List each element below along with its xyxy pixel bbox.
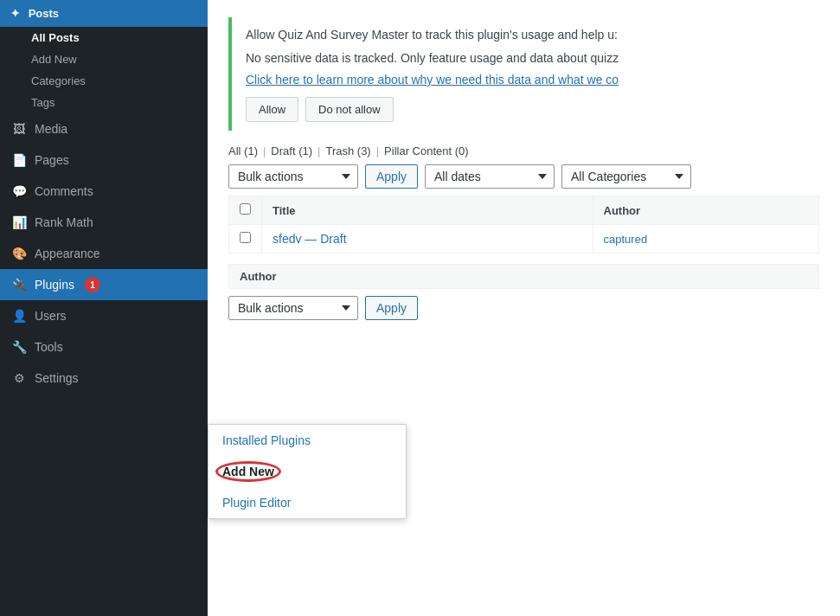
row-checkbox-cell[interactable] <box>229 225 262 253</box>
sidebar-item-comments[interactable]: 💬 Comments <box>0 176 208 207</box>
notification-bar: Allow Quiz And Survey Master to track th… <box>228 17 819 131</box>
post-author-cell: captured <box>593 225 818 253</box>
users-icon: 👤 <box>10 307 28 324</box>
notification-link[interactable]: Click here to learn more about why we ne… <box>246 73 619 87</box>
notification-text2: No sensitive data is tracked. Only featu… <box>246 49 805 67</box>
filter-trash[interactable]: Trash (3) <box>325 144 370 157</box>
notification-text1: Allow Quiz And Survey Master to track th… <box>246 26 805 44</box>
title-column-header[interactable]: Title <box>262 196 593 225</box>
table-bottom-controls: Bulk actions Apply <box>228 296 819 320</box>
media-icon: 🖼 <box>10 120 28 138</box>
plugins-submenu-add-new[interactable]: Add New <box>208 456 406 487</box>
sidebar-posts-header: ✦ Posts <box>0 0 208 27</box>
appearance-icon: 🎨 <box>10 245 28 262</box>
tools-icon: 🔧 <box>10 338 28 356</box>
sidebar-item-tools[interactable]: 🔧 Tools <box>0 331 208 363</box>
filter-all[interactable]: All (1) <box>228 144 258 157</box>
select-all-checkbox-header[interactable] <box>229 196 262 225</box>
notification-buttons: Allow Do not allow <box>246 97 805 122</box>
pages-icon: 📄 <box>10 151 28 169</box>
filter-draft[interactable]: Draft (1) <box>271 144 312 157</box>
sidebar-item-plugins[interactable]: 🔌 Plugins 1 <box>0 269 208 300</box>
rank-math-icon: 📊 <box>10 214 28 231</box>
table-row: sfedv — Draft captured <box>229 225 819 253</box>
plugins-badge: 1 <box>85 277 100 292</box>
all-dates-select[interactable]: All dates <box>425 164 555 189</box>
all-categories-select[interactable]: All Categories <box>561 164 691 189</box>
allow-button[interactable]: Allow <box>246 97 298 122</box>
bottom-author-header: Author <box>228 264 819 289</box>
plugins-submenu-editor[interactable]: Plugin Editor <box>208 487 406 518</box>
bulk-actions-bottom-select[interactable]: Bulk actions <box>228 296 358 320</box>
sidebar-item-pages[interactable]: 📄 Pages <box>0 144 208 176</box>
sidebar-posts-label: Posts <box>29 7 59 20</box>
sidebar-item-tags[interactable]: Tags <box>0 92 208 113</box>
row-checkbox[interactable] <box>240 232 251 243</box>
content-area: Allow Quiz And Survey Master to track th… <box>208 0 840 616</box>
comments-icon: 💬 <box>10 183 28 200</box>
plugins-submenu: Installed Plugins Add New Plugin Editor <box>208 424 407 519</box>
sidebar-item-rank-math[interactable]: 📊 Rank Math <box>0 207 208 238</box>
sidebar-item-users[interactable]: 👤 Users <box>0 300 208 331</box>
select-all-checkbox[interactable] <box>240 203 251 215</box>
sidebar-item-add-new[interactable]: Add New <box>0 48 208 70</box>
apply-bottom-button[interactable]: Apply <box>365 296 418 320</box>
post-title-cell: sfedv — Draft <box>262 225 593 253</box>
table-header-row: Title Author <box>229 196 819 225</box>
bulk-actions-top-select[interactable]: Bulk actions <box>228 164 358 189</box>
posts-icon: ✦ <box>10 7 20 20</box>
main-content: Allow Quiz And Survey Master to track th… <box>208 0 840 616</box>
sidebar: ✦ Posts All Posts Add New Categories Tag… <box>0 0 208 616</box>
post-title-link[interactable]: sfedv — Draft <box>273 232 347 246</box>
plugins-submenu-installed[interactable]: Installed Plugins <box>208 425 406 456</box>
posts-filter-bar: All (1) | Draft (1) | Trash (3) | Pillar… <box>228 144 819 157</box>
add-new-label: Add New <box>222 465 274 478</box>
do-not-allow-button[interactable]: Do not allow <box>305 97 394 122</box>
sidebar-item-settings[interactable]: ⚙ Settings <box>0 363 208 394</box>
sidebar-item-categories[interactable]: Categories <box>0 70 208 92</box>
table-top-controls: Bulk actions Apply All dates All Categor… <box>228 164 819 189</box>
sidebar-item-all-posts[interactable]: All Posts <box>0 27 208 48</box>
apply-top-button[interactable]: Apply <box>365 164 418 189</box>
sidebar-item-appearance[interactable]: 🎨 Appearance <box>0 238 208 269</box>
author-column-header[interactable]: Author <box>593 196 818 225</box>
author-link[interactable]: captured <box>604 233 648 246</box>
filter-pillar[interactable]: Pillar Content (0) <box>384 144 469 157</box>
plugins-icon: 🔌 <box>10 276 28 293</box>
settings-icon: ⚙ <box>10 369 28 387</box>
posts-table: Title Author sfedv — Draft capt <box>228 196 819 253</box>
sidebar-item-media[interactable]: 🖼 Media <box>0 113 208 144</box>
